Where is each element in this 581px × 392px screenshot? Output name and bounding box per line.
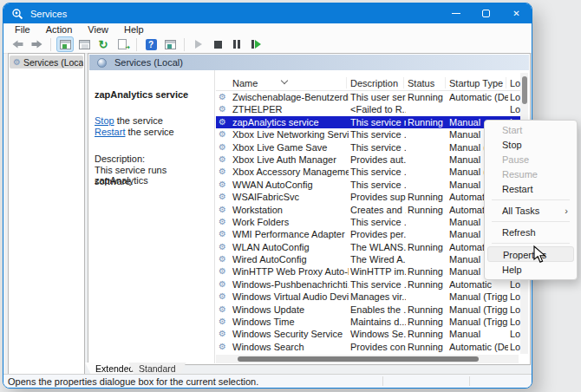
service-list: NameDescriptionStatusStartup TypeLog ⚙Zw… (216, 70, 529, 363)
table-row[interactable]: ⚙Work FoldersThis service ...ManualLoc (216, 216, 520, 228)
refresh-icon: ↻ (99, 39, 108, 50)
table-row[interactable]: ⚙Windows Security ServiceWindows Se...Ru… (216, 328, 520, 340)
menu-item-all-tasks[interactable]: All Tasks› (485, 203, 577, 219)
restart-service-link[interactable]: Restart (95, 127, 125, 137)
stop-service-link[interactable]: Stop (95, 115, 114, 126)
cell-description: Provides aut... (350, 154, 406, 166)
cell-name: ZTHELPER (232, 103, 349, 115)
table-row[interactable]: ⚙WLAN AutoConfigThe WLANS...RunningAutom… (216, 241, 520, 253)
table-row[interactable]: ⚙zapAnalytics serviceThis service r...Ru… (216, 116, 520, 128)
menu-item-restart[interactable]: Restart (485, 182, 577, 197)
table-row[interactable]: ⚙Xbox Accessory Managemen...This service… (216, 166, 520, 178)
gear-icon: ⚙ (219, 316, 231, 328)
cell-name: Workstation (232, 204, 349, 216)
minimize-button[interactable] (441, 3, 471, 23)
menu-item-refresh[interactable]: Refresh (485, 225, 577, 240)
restart-service-line: Restart the service (95, 127, 174, 137)
menu-item-stop[interactable]: Stop (485, 138, 577, 153)
restart-service-button[interactable] (247, 36, 264, 52)
table-row[interactable]: ⚙WMI Performance AdapterProvides per...M… (216, 228, 520, 240)
cell-name: Xbox Accessory Managemen... (232, 166, 349, 178)
cell-startup-type: Automatic (De... (449, 341, 508, 353)
table-row[interactable]: ⚙Xbox Live Networking ServiceThis servic… (216, 128, 520, 140)
cell-name: WLAN AutoConfig (232, 241, 349, 253)
table-row[interactable]: ⚙Windows-Pushbenachrichti...This service… (216, 278, 520, 291)
menu-item-help[interactable]: Help (485, 262, 577, 278)
statusbar-separator (469, 376, 470, 386)
table-row[interactable]: ⚙WinHTTP Web Proxy Auto-D...WinHTTP im..… (216, 265, 520, 278)
cell-name: Windows-Pushbenachrichti... (232, 278, 349, 291)
gear-icon: ⚙ (219, 216, 231, 228)
export-list-button[interactable] (114, 36, 131, 52)
cell-description: <Failed to R... (350, 103, 406, 115)
table-row[interactable]: ⚙WWAN AutoConfigThis service ...ManualLo… (216, 179, 520, 191)
help-toolbar-button[interactable]: ? (142, 36, 160, 52)
start-service-button[interactable] (190, 36, 207, 52)
show-hide-console-button[interactable] (161, 36, 179, 52)
main-panel-header: Services (Local) (89, 55, 529, 70)
maximize-button[interactable] (471, 3, 501, 23)
table-row[interactable]: ⚙ZTHELPER<Failed to R...Loc (216, 103, 520, 115)
cell-name: Wired AutoConfig (232, 253, 349, 265)
forward-button[interactable] (28, 36, 45, 52)
horizontal-scrollbar[interactable] (216, 355, 519, 363)
properties-toolbar-button[interactable] (75, 36, 93, 52)
gear-icon: ⚙ (219, 291, 231, 303)
cell-name: WSAIFabricSvc (232, 191, 349, 203)
table-row[interactable]: ⚙Windows TimeMaintains d...RunningManual… (216, 316, 520, 328)
cell-name: zapAnalytics service (232, 116, 349, 128)
column-divider (346, 77, 347, 88)
menu-action[interactable]: Action (38, 24, 81, 35)
column-header-status[interactable]: Status (408, 78, 434, 88)
cell-description: Manages vir... (350, 291, 406, 303)
menu-item-start: Start (485, 123, 577, 138)
menu-item-resume: Resume (485, 167, 577, 182)
table-row[interactable]: ⚙Zwischenablage-Benutzerdi...This user s… (216, 91, 520, 103)
column-header-name[interactable]: Name (232, 78, 258, 88)
service-rows: ⚙Zwischenablage-Benutzerdi...This user s… (216, 91, 520, 353)
cell-name: WMI Performance Adapter (232, 228, 349, 240)
menu-view[interactable]: View (80, 24, 116, 35)
toolbar-separator (184, 38, 185, 51)
column-header-description[interactable]: Description (350, 78, 398, 88)
table-row[interactable]: ⚙Windows UpdateEnables the ...RunningMan… (216, 304, 520, 316)
export-list-icon (118, 39, 127, 49)
refresh-toolbar-button[interactable]: ↻ (95, 36, 112, 52)
table-row[interactable]: ⚙WSAIFabricSvcProvides sup...RunningAuto… (216, 191, 520, 203)
stop-service-button[interactable] (209, 36, 226, 52)
menu-item-properties[interactable]: Properties (487, 246, 574, 262)
cell-status: Running (408, 191, 447, 203)
horizontal-scrollbar-thumb[interactable] (238, 356, 479, 362)
tree-item-services-local[interactable]: ⚙ Services (Local) (10, 56, 83, 69)
cell-status: Running (408, 204, 447, 216)
pause-service-button[interactable] (228, 36, 245, 52)
column-divider (403, 77, 404, 88)
cell-name: WinHTTP Web Proxy Auto-D... (232, 265, 349, 278)
cell-status: Running (408, 328, 447, 340)
menu-file[interactable]: File (7, 24, 38, 35)
gear-icon: ⚙ (219, 128, 231, 140)
menu-separator (492, 221, 570, 222)
table-row[interactable]: ⚙Windows Virtual Audio Devi...Manages vi… (216, 291, 520, 303)
cell-description: WinHTTP im... (350, 265, 406, 278)
table-row[interactable]: ⚙Xbox Live Game SaveThis service ...Manu… (216, 141, 520, 154)
restart-service-icon (251, 40, 261, 49)
menu-help[interactable]: Help (116, 24, 152, 35)
close-button[interactable]: ✕ (501, 3, 532, 23)
cell-status: Running (408, 304, 447, 316)
cell-name: Windows Virtual Audio Devi... (232, 291, 349, 303)
services-window: Services ✕ File Action View Help (3, 3, 532, 389)
table-row[interactable]: ⚙Xbox Live Auth ManagerProvides aut...Ma… (216, 154, 520, 166)
table-row[interactable]: ⚙Windows SearchProvides con...RunningAut… (216, 341, 520, 353)
minimize-icon (452, 13, 460, 14)
tab-standard[interactable]: Standard (128, 363, 186, 375)
column-header-startup-type[interactable]: Startup Type (449, 78, 503, 88)
vertical-scrollbar-thumb[interactable] (522, 76, 527, 104)
show-console-tree-button[interactable] (56, 36, 74, 52)
back-button[interactable] (9, 36, 26, 52)
start-service-icon (195, 40, 202, 49)
table-row[interactable]: ⚙WorkstationCreates and ...RunningAutoma… (216, 204, 520, 216)
cell-status: Running (408, 316, 447, 328)
titlebar: Services ✕ (3, 3, 532, 23)
table-row[interactable]: ⚙Wired AutoConfigThe Wired A...ManualLoc (216, 253, 520, 265)
